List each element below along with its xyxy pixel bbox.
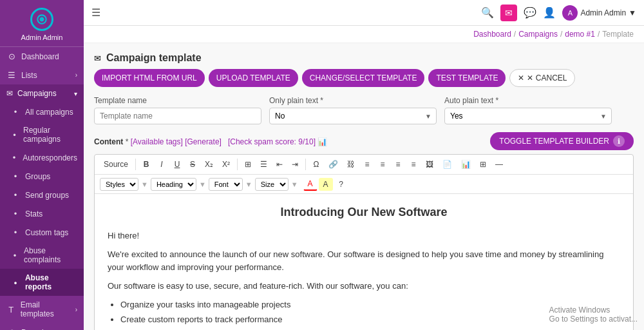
sidebar-item-abuse-reports[interactable]: • Abuse reports — [0, 269, 84, 296]
sidebar-item-campaigns[interactable]: ✉ Campaigns ▾ — [0, 84, 84, 102]
font-color-button[interactable]: A — [303, 177, 317, 191]
outdent-button[interactable]: ⇤ — [272, 158, 287, 171]
page-title: Campaign template — [106, 52, 202, 64]
dot-icon: • — [10, 251, 19, 260]
breadcrumb-sep2: / — [560, 30, 562, 39]
sidebar-item-dashboard[interactable]: ⊙ Dashboard — [0, 47, 84, 66]
size-select[interactable]: Size — [255, 178, 289, 191]
bold-button[interactable]: B — [139, 158, 153, 171]
bg-color-button[interactable]: A — [319, 178, 333, 191]
email-badge[interactable]: ✉ — [500, 5, 517, 21]
link-button[interactable]: 🔗 — [325, 158, 342, 171]
import-html-button[interactable]: IMPORT HTML FROM URL — [94, 69, 205, 87]
auto-plain-text-select-wrap: Yes No — [444, 108, 612, 124]
auto-plain-text-select[interactable]: Yes No — [444, 108, 612, 124]
sidebar-item-groups[interactable]: • Groups — [0, 167, 84, 186]
breadcrumb-current: Template — [602, 30, 634, 39]
groups-label: Groups — [25, 172, 50, 181]
file-button[interactable]: 📄 — [439, 158, 456, 171]
chevron-right-icon: › — [75, 306, 77, 313]
custom-tags-label: Custom tags — [25, 228, 68, 237]
superscript-button[interactable]: X² — [218, 158, 234, 171]
underline-button[interactable]: U — [170, 158, 184, 171]
dot-icon: • — [10, 209, 21, 218]
search-icon[interactable]: 🔍 — [481, 6, 494, 19]
align-left-button[interactable]: ≡ — [360, 158, 374, 171]
available-tags-link[interactable]: [Available tags] — [131, 137, 183, 146]
toggle-template-builder-button[interactable]: TOGGLE TEMPLATE BUILDER ℹ — [490, 132, 634, 150]
help-button[interactable]: ? — [334, 178, 348, 191]
cancel-button[interactable]: ✕ ✕ CANCEL — [509, 69, 575, 87]
strikethrough-button[interactable]: S — [185, 158, 200, 171]
dot-icon: • — [10, 171, 21, 181]
sidebar-item-custom-tags[interactable]: • Custom tags — [0, 223, 84, 242]
chart-button[interactable]: 📊 — [457, 158, 475, 171]
ul-button[interactable]: ☰ — [256, 158, 271, 171]
align-right-button[interactable]: ≡ — [391, 158, 405, 171]
sidebar-item-lists[interactable]: ☰ Lists › — [0, 66, 84, 84]
menu-icon[interactable]: ☰ — [91, 6, 100, 19]
plain-text-select[interactable]: No Yes — [269, 108, 437, 124]
person-icon[interactable]: 👤 — [543, 6, 556, 19]
page-content: ✉ Campaign template IMPORT HTML FROM URL… — [84, 43, 644, 330]
sidebar-item-send-groups[interactable]: • Send groups — [0, 186, 84, 204]
indent-button[interactable]: ⇥ — [288, 158, 302, 171]
stats-label: Stats — [25, 209, 43, 218]
domains-label: Domains — [21, 328, 52, 331]
test-template-button[interactable]: TEST TEMPLATE — [428, 69, 506, 87]
chevron-right-icon: › — [75, 72, 77, 79]
sidebar-item-stats[interactable]: • Stats — [0, 204, 84, 223]
avatar: A — [562, 5, 578, 21]
unlink-button[interactable]: ⛓ — [343, 158, 359, 171]
font-select[interactable]: Font — [209, 178, 243, 191]
form-row: Template name Only plain text * No Yes A… — [94, 96, 634, 124]
abuse-complaints-label: Abuse complaints — [24, 246, 77, 264]
toolbar2-arrow3: ▼ — [245, 180, 252, 188]
main-content: ☰ 🔍 ✉ 💬 👤 A Admin Admin ▼ Dashboard / Ca… — [84, 0, 644, 330]
image-button[interactable]: 🖼 — [422, 158, 437, 171]
breadcrumb-campaigns[interactable]: Campaigns — [518, 30, 558, 39]
send-groups-label: Send groups — [25, 191, 69, 200]
sidebar-item-email-templates[interactable]: T Email templates › — [0, 296, 84, 323]
breadcrumb-dashboard[interactable]: Dashboard — [473, 30, 511, 39]
omega-button[interactable]: Ω — [309, 158, 323, 171]
logo-icon — [30, 8, 53, 31]
generate-link[interactable]: [Generate] — [185, 137, 222, 146]
sidebar-item-domains[interactable]: ◎ Domains › — [0, 323, 84, 330]
editor-greeting: Hi there! — [108, 229, 620, 243]
sidebar-item-all-campaigns[interactable]: • All campaigns — [0, 102, 84, 121]
campaign-template-icon: ✉ — [94, 53, 101, 63]
heading-select[interactable]: Heading — [151, 178, 196, 191]
dot-icon: • — [10, 278, 21, 287]
user-menu[interactable]: A Admin Admin ▼ — [562, 5, 636, 21]
sidebar-logo: Admin Admin — [0, 0, 84, 47]
upload-template-button[interactable]: UPLOAD TEMPLATE — [209, 69, 298, 87]
content-label: Content * [Available tags] [Generate] [C… — [94, 137, 327, 146]
email-templates-label: Email templates — [21, 300, 71, 318]
sidebar-item-autoresponders[interactable]: • Autoresponders — [0, 148, 84, 167]
plain-text-label: Only plain text * — [269, 96, 437, 105]
activate-line1: Activate Windows — [549, 306, 638, 315]
sidebar-navigation: ⊙ Dashboard ☰ Lists › ✉ Campaigns ▾ • Al… — [0, 47, 84, 330]
source-button[interactable]: Source — [100, 158, 132, 171]
align-center-button[interactable]: ≡ — [375, 158, 390, 171]
template-name-input[interactable] — [94, 108, 261, 124]
subscript-button[interactable]: X₂ — [201, 158, 217, 171]
email-templates-icon: T — [6, 305, 16, 315]
align-justify-button[interactable]: ≡ — [406, 158, 421, 171]
chat-icon[interactable]: 💬 — [524, 6, 536, 19]
breadcrumb-demo[interactable]: demo #1 — [565, 30, 595, 39]
toggle-btn-label: TOGGLE TEMPLATE BUILDER — [499, 137, 609, 146]
lists-icon: ☰ — [6, 70, 17, 80]
table-button[interactable]: ⊞ — [476, 158, 490, 171]
page-actions: IMPORT HTML FROM URL UPLOAD TEMPLATE CHA… — [94, 69, 575, 87]
sidebar-item-regular-campaigns[interactable]: • Regular campaigns — [0, 121, 84, 148]
ol-button[interactable]: ⊞ — [241, 158, 255, 171]
hr-button[interactable]: — — [491, 158, 507, 171]
italic-button[interactable]: I — [155, 158, 169, 171]
spam-score-link[interactable]: [Check spam score: 9/10] — [228, 137, 316, 146]
styles-select[interactable]: Styles — [100, 178, 138, 191]
campaigns-label: Campaigns — [17, 89, 57, 98]
sidebar-item-abuse-complaints[interactable]: • Abuse complaints — [0, 242, 84, 269]
change-template-button[interactable]: CHANGE/SELECT TEMPLATE — [302, 69, 425, 87]
